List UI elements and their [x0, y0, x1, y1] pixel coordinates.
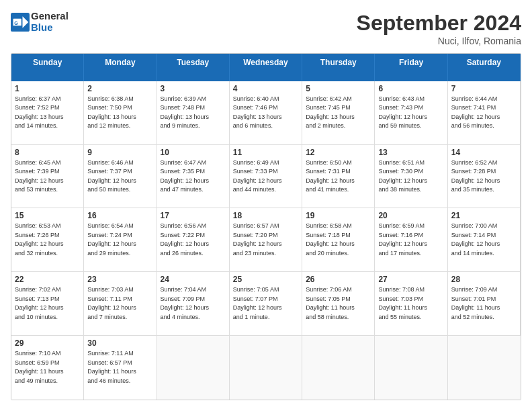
day-13: 13 Sunrise: 6:51 AMSunset: 7:30 PMDaylig…	[375, 145, 447, 209]
day-3: 3 Sunrise: 6:39 AMSunset: 7:48 PMDayligh…	[157, 81, 230, 145]
header-friday: Friday	[375, 54, 447, 81]
day-21: 21 Sunrise: 7:00 AMSunset: 7:14 PMDaylig…	[448, 208, 521, 272]
day-25: 25 Sunrise: 7:05 AMSunset: 7:07 PMDaylig…	[230, 272, 302, 336]
title-section: September 2024 Nuci, Ilfov, Romania	[357, 11, 521, 46]
day-6: 6 Sunrise: 6:43 AMSunset: 7:43 PMDayligh…	[375, 81, 447, 145]
day-26: 26 Sunrise: 7:06 AMSunset: 7:05 PMDaylig…	[302, 272, 375, 336]
header-monday: Monday	[84, 54, 157, 81]
day-10: 10 Sunrise: 6:47 AMSunset: 7:35 PMDaylig…	[157, 145, 230, 209]
day-4: 4 Sunrise: 6:40 AMSunset: 7:46 PMDayligh…	[230, 81, 302, 145]
day-8: 8 Sunrise: 6:45 AMSunset: 7:39 PMDayligh…	[11, 145, 84, 209]
day-20: 20 Sunrise: 6:59 AMSunset: 7:16 PMDaylig…	[375, 208, 447, 272]
day-15: 15 Sunrise: 6:53 AMSunset: 7:26 PMDaylig…	[11, 208, 84, 272]
day-7: 7 Sunrise: 6:44 AMSunset: 7:41 PMDayligh…	[448, 81, 521, 145]
day-27: 27 Sunrise: 7:08 AMSunset: 7:03 PMDaylig…	[375, 272, 447, 336]
day-11: 11 Sunrise: 6:49 AMSunset: 7:33 PMDaylig…	[230, 145, 302, 209]
logo-text: General Blue	[31, 11, 69, 33]
day-empty-2	[230, 336, 302, 400]
day-29: 29 Sunrise: 7:10 AMSunset: 6:59 PMDaylig…	[11, 336, 84, 400]
header-tuesday: Tuesday	[157, 54, 230, 81]
month-title: September 2024	[357, 11, 521, 36]
day-28: 28 Sunrise: 7:09 AMSunset: 7:01 PMDaylig…	[448, 272, 521, 336]
day-empty-3	[302, 336, 375, 400]
day-2: 2 Sunrise: 6:38 AMSunset: 7:50 PMDayligh…	[84, 81, 157, 145]
day-empty-5	[448, 336, 521, 400]
location: Nuci, Ilfov, Romania	[357, 36, 521, 46]
day-23: 23 Sunrise: 7:03 AMSunset: 7:11 PMDaylig…	[84, 272, 157, 336]
day-30: 30 Sunrise: 7:11 AMSunset: 6:57 PMDaylig…	[84, 336, 157, 400]
day-18: 18 Sunrise: 6:57 AMSunset: 7:20 PMDaylig…	[230, 208, 302, 272]
calendar-grid: Sunday Monday Tuesday Wednesday Thursday…	[11, 54, 521, 400]
day-5: 5 Sunrise: 6:42 AMSunset: 7:45 PMDayligh…	[302, 81, 375, 145]
header-sunday: Sunday	[11, 54, 84, 81]
day-22: 22 Sunrise: 7:02 AMSunset: 7:13 PMDaylig…	[11, 272, 84, 336]
page: G General Blue September 2024 Nuci, Ilfo…	[0, 0, 532, 411]
calendar: Sunday Monday Tuesday Wednesday Thursday…	[11, 53, 521, 400]
header: G General Blue September 2024 Nuci, Ilfo…	[11, 11, 521, 46]
header-wednesday: Wednesday	[230, 54, 302, 81]
svg-text:G: G	[14, 20, 18, 25]
day-19: 19 Sunrise: 6:58 AMSunset: 7:18 PMDaylig…	[302, 208, 375, 272]
day-1: 1 Sunrise: 6:37 AMSunset: 7:52 PMDayligh…	[11, 81, 84, 145]
day-14: 14 Sunrise: 6:52 AMSunset: 7:28 PMDaylig…	[448, 145, 521, 209]
day-16: 16 Sunrise: 6:54 AMSunset: 7:24 PMDaylig…	[84, 208, 157, 272]
header-thursday: Thursday	[302, 54, 375, 81]
day-9: 9 Sunrise: 6:46 AMSunset: 7:37 PMDayligh…	[84, 145, 157, 209]
logo-icon: G	[11, 13, 30, 32]
day-empty-1	[157, 336, 230, 400]
day-24: 24 Sunrise: 7:04 AMSunset: 7:09 PMDaylig…	[157, 272, 230, 336]
day-12: 12 Sunrise: 6:50 AMSunset: 7:31 PMDaylig…	[302, 145, 375, 209]
day-empty-4	[375, 336, 447, 400]
header-saturday: Saturday	[448, 54, 521, 81]
logo: G General Blue	[11, 11, 69, 33]
day-17: 17 Sunrise: 6:56 AMSunset: 7:22 PMDaylig…	[157, 208, 230, 272]
